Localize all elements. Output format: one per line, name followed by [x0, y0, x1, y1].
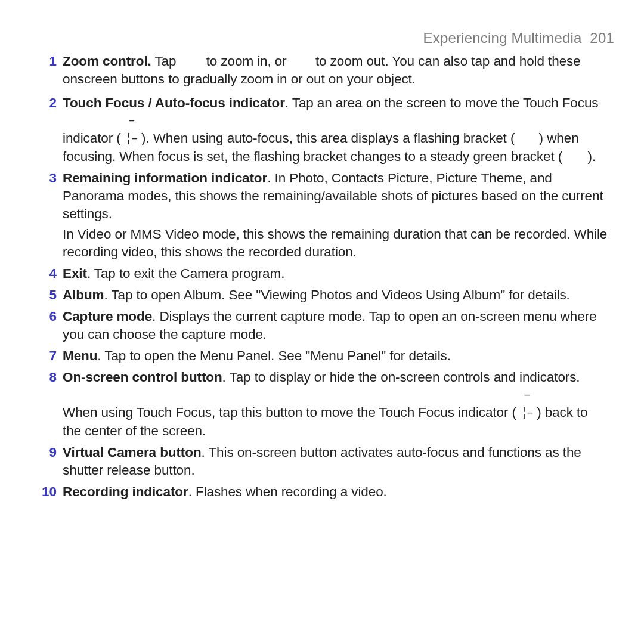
list-item: 9 Virtual Camera button. This on-screen … [36, 444, 608, 479]
item-number: 7 [36, 347, 63, 365]
item-title: Remaining information indicator [63, 171, 267, 185]
list-item: 6 Capture mode. Displays the current cap… [36, 308, 608, 343]
item-title: Capture mode [63, 309, 152, 324]
list-item: 3 Remaining information indicator. In Ph… [36, 169, 608, 261]
item-title: Zoom control. [63, 54, 151, 69]
item-title: Virtual Camera button [63, 445, 202, 460]
document-page: Experiencing Multimedia 201 1 Zoom contr… [0, 0, 644, 644]
item-text: ). [584, 149, 596, 164]
item-body: Zoom control. Tap to zoom in, or to zoom… [63, 52, 608, 91]
item-number: 1 [36, 52, 63, 70]
page-header: Experiencing Multimedia 201 [36, 30, 614, 47]
list-item: 4 Exit. Tap to exit the Camera program. [36, 265, 608, 283]
item-text: Tap [151, 54, 180, 69]
item-title: Recording indicator [63, 484, 188, 499]
item-number: 9 [36, 444, 63, 462]
item-body: Virtual Camera button. This on-screen bu… [63, 444, 608, 479]
item-text: In Video or MMS Video mode, this shows t… [63, 225, 608, 261]
item-title: Album [63, 287, 104, 302]
item-text: . Tap to open the Menu Panel. See "Menu … [97, 348, 451, 363]
item-body: Exit. Tap to exit the Camera program. [63, 265, 608, 283]
item-number: 3 [36, 169, 63, 187]
list-item: 7 Menu. Tap to open the Menu Panel. See … [36, 347, 608, 365]
item-title: Exit [63, 266, 87, 281]
item-number: 8 [36, 369, 63, 386]
item-body: Album. Tap to open Album. See "Viewing P… [63, 286, 608, 304]
item-body: Capture mode. Displays the current captu… [63, 308, 608, 343]
list-item: 1 Zoom control. Tap to zoom in, or to zo… [36, 52, 608, 91]
item-text: ). When using auto-focus, this area disp… [138, 131, 519, 145]
item-list: 1 Zoom control. Tap to zoom in, or to zo… [36, 52, 608, 501]
item-number: 5 [36, 286, 63, 304]
item-text: to zoom in, or [203, 54, 290, 69]
item-text: . Tap to exit the Camera program. [87, 266, 284, 281]
item-title: Menu [63, 348, 97, 363]
touch-focus-icon: –¦– [125, 112, 138, 148]
item-number: 4 [36, 265, 63, 283]
item-number: 2 [36, 94, 63, 112]
item-body: Remaining information indicator. In Phot… [63, 169, 608, 261]
touch-focus-icon: –¦– [520, 386, 533, 422]
list-item: 5 Album. Tap to open Album. See "Viewing… [36, 286, 608, 304]
list-item: 2 Touch Focus / Auto-focus indicator. Ta… [36, 94, 608, 166]
list-item: 8 On-screen control button. Tap to displ… [36, 369, 608, 440]
item-body: Menu. Tap to open the Menu Panel. See "M… [63, 347, 608, 365]
item-title: On-screen control button [63, 370, 222, 385]
item-body: Touch Focus / Auto-focus indicator. Tap … [63, 94, 608, 166]
item-number: 10 [36, 483, 63, 501]
item-number: 6 [36, 308, 63, 326]
item-body: On-screen control button. Tap to display… [63, 369, 608, 440]
item-title: Touch Focus / Auto-focus indicator [63, 95, 285, 110]
item-body: Recording indicator. Flashes when record… [63, 483, 608, 501]
page-number: 201 [590, 30, 614, 46]
item-text: . Flashes when recording a video. [188, 484, 387, 499]
list-item: 10 Recording indicator. Flashes when rec… [36, 483, 608, 501]
item-text: . Tap to open Album. See "Viewing Photos… [104, 287, 570, 302]
section-title: Experiencing Multimedia [423, 30, 582, 46]
